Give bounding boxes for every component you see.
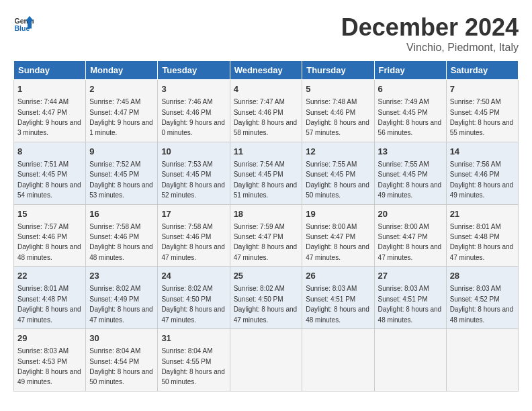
week-row-3: 15Sunrise: 7:57 AMSunset: 4:46 PMDayligh… bbox=[14, 204, 519, 267]
day-info: Sunrise: 7:49 AMSunset: 4:45 PMDaylight:… bbox=[378, 98, 442, 136]
day-number: 17 bbox=[161, 208, 226, 220]
calendar-cell: 29Sunrise: 8:03 AMSunset: 4:53 PMDayligh… bbox=[14, 329, 86, 392]
day-number: 1 bbox=[17, 83, 82, 95]
calendar-cell: 4Sunrise: 7:47 AMSunset: 4:46 PMDaylight… bbox=[230, 80, 302, 142]
day-number: 9 bbox=[89, 146, 154, 158]
calendar-cell: 31Sunrise: 8:04 AMSunset: 4:55 PMDayligh… bbox=[158, 329, 230, 392]
calendar-cell: 7Sunrise: 7:50 AMSunset: 4:45 PMDaylight… bbox=[446, 80, 518, 142]
day-number: 28 bbox=[450, 270, 515, 282]
col-sunday: Sunday bbox=[14, 61, 86, 80]
day-info: Sunrise: 7:59 AMSunset: 4:47 PMDaylight:… bbox=[234, 223, 298, 261]
calendar-cell: 23Sunrise: 8:02 AMSunset: 4:49 PMDayligh… bbox=[86, 267, 158, 329]
day-info: Sunrise: 8:01 AMSunset: 4:48 PMDaylight:… bbox=[17, 285, 81, 323]
day-number: 24 bbox=[161, 270, 226, 282]
day-info: Sunrise: 7:58 AMSunset: 4:46 PMDaylight:… bbox=[89, 223, 153, 261]
day-info: Sunrise: 7:44 AMSunset: 4:47 PMDaylight:… bbox=[17, 98, 81, 136]
week-row-1: 1Sunrise: 7:44 AMSunset: 4:47 PMDaylight… bbox=[14, 80, 519, 142]
day-number: 7 bbox=[450, 83, 515, 95]
col-saturday: Saturday bbox=[446, 61, 518, 80]
calendar-cell: 28Sunrise: 8:03 AMSunset: 4:52 PMDayligh… bbox=[446, 267, 518, 329]
calendar-cell: 2Sunrise: 7:45 AMSunset: 4:47 PMDaylight… bbox=[86, 80, 158, 142]
calendar-table: Sunday Monday Tuesday Wednesday Thursday… bbox=[13, 60, 519, 392]
calendar-cell bbox=[374, 329, 446, 392]
calendar-cell: 22Sunrise: 8:01 AMSunset: 4:48 PMDayligh… bbox=[14, 267, 86, 329]
day-info: Sunrise: 7:47 AMSunset: 4:46 PMDaylight:… bbox=[234, 98, 298, 136]
day-info: Sunrise: 7:50 AMSunset: 4:45 PMDaylight:… bbox=[450, 98, 514, 136]
calendar-cell: 6Sunrise: 7:49 AMSunset: 4:45 PMDaylight… bbox=[374, 80, 446, 142]
col-wednesday: Wednesday bbox=[230, 61, 302, 80]
day-info: Sunrise: 7:57 AMSunset: 4:46 PMDaylight:… bbox=[17, 223, 81, 261]
day-info: Sunrise: 7:52 AMSunset: 4:45 PMDaylight:… bbox=[89, 161, 153, 199]
day-number: 31 bbox=[161, 332, 226, 345]
day-number: 23 bbox=[89, 270, 154, 282]
calendar-cell: 11Sunrise: 7:54 AMSunset: 4:45 PMDayligh… bbox=[230, 142, 302, 204]
day-number: 10 bbox=[161, 146, 226, 158]
calendar-cell bbox=[230, 329, 302, 392]
page-header: General Blue December 2024 Vinchio, Pied… bbox=[13, 13, 519, 54]
day-info: Sunrise: 8:01 AMSunset: 4:48 PMDaylight:… bbox=[450, 223, 514, 261]
day-number: 29 bbox=[17, 332, 82, 345]
day-number: 19 bbox=[306, 208, 370, 220]
calendar-cell: 10Sunrise: 7:53 AMSunset: 4:45 PMDayligh… bbox=[158, 142, 230, 204]
day-info: Sunrise: 8:02 AMSunset: 4:50 PMDaylight:… bbox=[234, 285, 298, 323]
svg-text:Blue: Blue bbox=[15, 24, 30, 32]
calendar-cell: 27Sunrise: 8:03 AMSunset: 4:51 PMDayligh… bbox=[374, 267, 446, 329]
calendar-cell bbox=[302, 329, 374, 392]
calendar-cell: 5Sunrise: 7:48 AMSunset: 4:46 PMDaylight… bbox=[302, 80, 374, 142]
calendar-cell bbox=[446, 329, 518, 392]
calendar-cell: 24Sunrise: 8:02 AMSunset: 4:50 PMDayligh… bbox=[158, 267, 230, 329]
day-number: 20 bbox=[378, 208, 443, 220]
calendar-cell: 17Sunrise: 7:58 AMSunset: 4:46 PMDayligh… bbox=[158, 204, 230, 267]
col-monday: Monday bbox=[86, 61, 158, 80]
day-number: 16 bbox=[89, 208, 154, 220]
day-info: Sunrise: 8:03 AMSunset: 4:53 PMDaylight:… bbox=[17, 347, 81, 385]
calendar-cell: 14Sunrise: 7:56 AMSunset: 4:46 PMDayligh… bbox=[446, 142, 518, 204]
calendar-cell: 1Sunrise: 7:44 AMSunset: 4:47 PMDaylight… bbox=[14, 80, 86, 142]
calendar-cell: 8Sunrise: 7:51 AMSunset: 4:45 PMDaylight… bbox=[14, 142, 86, 204]
month-title: December 2024 bbox=[341, 13, 519, 42]
calendar-cell: 9Sunrise: 7:52 AMSunset: 4:45 PMDaylight… bbox=[86, 142, 158, 204]
day-info: Sunrise: 7:45 AMSunset: 4:47 PMDaylight:… bbox=[89, 98, 153, 136]
day-number: 3 bbox=[161, 83, 226, 95]
day-number: 18 bbox=[234, 208, 299, 220]
day-number: 15 bbox=[17, 208, 82, 220]
title-block: December 2024 Vinchio, Piedmont, Italy bbox=[341, 13, 519, 54]
day-number: 6 bbox=[378, 83, 443, 95]
day-info: Sunrise: 8:04 AMSunset: 4:54 PMDaylight:… bbox=[89, 347, 153, 385]
calendar-cell: 30Sunrise: 8:04 AMSunset: 4:54 PMDayligh… bbox=[86, 329, 158, 392]
col-thursday: Thursday bbox=[302, 61, 374, 80]
day-info: Sunrise: 8:04 AMSunset: 4:55 PMDaylight:… bbox=[161, 347, 225, 385]
logo: General Blue bbox=[13, 13, 34, 34]
day-number: 30 bbox=[89, 332, 154, 345]
day-info: Sunrise: 7:55 AMSunset: 4:45 PMDaylight:… bbox=[378, 161, 442, 199]
day-info: Sunrise: 8:00 AMSunset: 4:47 PMDaylight:… bbox=[306, 223, 369, 261]
location: Vinchio, Piedmont, Italy bbox=[341, 42, 519, 54]
day-info: Sunrise: 7:54 AMSunset: 4:45 PMDaylight:… bbox=[234, 161, 298, 199]
day-info: Sunrise: 7:53 AMSunset: 4:45 PMDaylight:… bbox=[161, 161, 225, 199]
day-info: Sunrise: 8:02 AMSunset: 4:49 PMDaylight:… bbox=[89, 285, 153, 323]
logo-icon: General Blue bbox=[13, 13, 34, 34]
week-row-5: 29Sunrise: 8:03 AMSunset: 4:53 PMDayligh… bbox=[14, 329, 519, 392]
day-info: Sunrise: 7:48 AMSunset: 4:46 PMDaylight:… bbox=[306, 98, 369, 136]
day-number: 2 bbox=[89, 83, 154, 95]
week-row-2: 8Sunrise: 7:51 AMSunset: 4:45 PMDaylight… bbox=[14, 142, 519, 204]
day-info: Sunrise: 7:51 AMSunset: 4:45 PMDaylight:… bbox=[17, 161, 81, 199]
day-number: 25 bbox=[234, 270, 299, 282]
calendar-cell: 18Sunrise: 7:59 AMSunset: 4:47 PMDayligh… bbox=[230, 204, 302, 267]
calendar-cell: 20Sunrise: 8:00 AMSunset: 4:47 PMDayligh… bbox=[374, 204, 446, 267]
day-info: Sunrise: 8:03 AMSunset: 4:51 PMDaylight:… bbox=[306, 285, 369, 323]
header-row: Sunday Monday Tuesday Wednesday Thursday… bbox=[14, 61, 519, 80]
day-number: 13 bbox=[378, 146, 443, 158]
day-number: 14 bbox=[450, 146, 515, 158]
calendar-cell: 12Sunrise: 7:55 AMSunset: 4:45 PMDayligh… bbox=[302, 142, 374, 204]
day-number: 5 bbox=[306, 83, 370, 95]
col-friday: Friday bbox=[374, 61, 446, 80]
calendar-cell: 15Sunrise: 7:57 AMSunset: 4:46 PMDayligh… bbox=[14, 204, 86, 267]
day-info: Sunrise: 7:58 AMSunset: 4:46 PMDaylight:… bbox=[161, 223, 225, 261]
day-info: Sunrise: 8:00 AMSunset: 4:47 PMDaylight:… bbox=[378, 223, 442, 261]
day-info: Sunrise: 7:55 AMSunset: 4:45 PMDaylight:… bbox=[306, 161, 369, 199]
week-row-4: 22Sunrise: 8:01 AMSunset: 4:48 PMDayligh… bbox=[14, 267, 519, 329]
calendar-cell: 19Sunrise: 8:00 AMSunset: 4:47 PMDayligh… bbox=[302, 204, 374, 267]
calendar-cell: 13Sunrise: 7:55 AMSunset: 4:45 PMDayligh… bbox=[374, 142, 446, 204]
day-info: Sunrise: 8:02 AMSunset: 4:50 PMDaylight:… bbox=[161, 285, 225, 323]
